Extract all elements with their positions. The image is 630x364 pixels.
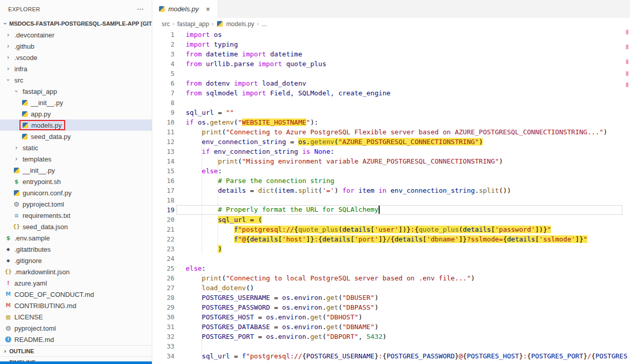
code-line-9[interactable]: 9sql_url = "" xyxy=(153,108,630,117)
outline-section-label: OUTLINE xyxy=(9,348,34,354)
code-line-20[interactable]: 20 sql_url = ( xyxy=(153,215,630,225)
code-line-17[interactable]: 17 details = dict(item.split('=') for it… xyxy=(153,186,630,195)
code-token: ) xyxy=(334,187,343,194)
code-token: os xyxy=(282,294,290,301)
code-line-29[interactable]: 29 POSTGRES_PASSWORD = os.environ.get("D… xyxy=(153,302,630,312)
file-item-entrypoint.sh[interactable]: $entrypoint.sh xyxy=(0,176,152,187)
workspace-root-folder[interactable]: › MSDOCS-FASTAPI-POSTGRESQL-SAMPLE-APP [… xyxy=(0,18,152,29)
breadcrumb-symbol-ellipsis[interactable]: ... xyxy=(262,21,267,28)
code-token xyxy=(186,333,202,340)
code-line-1[interactable]: 1import os xyxy=(153,30,630,39)
chevron-down-icon: › xyxy=(5,76,12,84)
highlighted-code: 'port' xyxy=(355,235,379,243)
code-line-18[interactable]: 18 xyxy=(153,195,630,205)
folder-item-infra[interactable]: ›infra xyxy=(0,63,152,74)
file-item-pyproject.toml[interactable]: ⚙pyproject.toml xyxy=(0,322,152,334)
code-line-26[interactable]: 26 print("Connecting to local PostgreSQL… xyxy=(153,273,630,283)
folder-item-fastapi_app[interactable]: ›fastapi_app xyxy=(0,86,152,97)
explorer-header: EXPLORER ⋯ xyxy=(0,0,152,18)
code-line-10[interactable]: 10if os.getenv("WEBSITE_HOSTNAME"): xyxy=(153,117,630,127)
folder-item-.vscode[interactable]: ›.vscode xyxy=(0,52,152,63)
code-line-16[interactable]: 16 # Parse the connection string xyxy=(153,176,630,186)
file-item-.gitattributes[interactable]: ◆.gitattributes xyxy=(0,244,152,255)
code-line-21[interactable]: 21 f"postgresql://{quote_plus(details['u… xyxy=(153,225,630,234)
code-token: sqlmodel xyxy=(202,89,242,97)
highlighted-code: sql_url xyxy=(218,216,250,224)
line-number: 24 xyxy=(153,255,174,262)
file-item-app.py[interactable]: app.py xyxy=(0,108,152,119)
code-line-11[interactable]: 11 print("Connecting to Azure PostgreSQL… xyxy=(153,127,630,137)
code-line-19[interactable]: 19 # Properly format the URL for SQLAlch… xyxy=(153,205,630,215)
file-item-azure.yaml[interactable]: !azure.yaml xyxy=(0,277,152,289)
code-line-text: f"postgresql://{quote_plus(details['user… xyxy=(186,226,551,233)
tree-row-content: ›src xyxy=(4,75,23,85)
code-token: details xyxy=(218,187,250,194)
file-item-models.py[interactable]: models.py xyxy=(0,119,152,131)
file-item-CODE_OF_CONDUCT.md[interactable]: MCODE_OF_CONDUCT.md xyxy=(0,289,152,300)
file-item-requirements.txt[interactable]: ≡requirements.txt xyxy=(0,210,152,221)
file-item-.env.sample[interactable]: $.env.sample xyxy=(0,232,152,244)
code-line-33[interactable]: 33 xyxy=(153,341,630,351)
code-line-3[interactable]: 3from datetime import datetime xyxy=(153,49,630,59)
code-token: POSTGRES xyxy=(595,352,627,360)
code-line-5[interactable]: 5 xyxy=(153,69,630,78)
code-token: os xyxy=(282,323,290,331)
file-item-__init__.py[interactable]: __init__.py xyxy=(0,165,152,176)
highlighted-code: { xyxy=(415,226,419,233)
code-line-2[interactable]: 2import typing xyxy=(153,39,630,49)
file-item-.markdownlint.json[interactable]: {}.markdownlint.json xyxy=(0,266,152,277)
file-item-LICENSE[interactable]: ▦LICENSE xyxy=(0,311,152,322)
file-item-gunicorn.conf.py[interactable]: gunicorn.conf.py xyxy=(0,187,152,198)
code-line-4[interactable]: 4from urllib.parse import quote_plus xyxy=(153,59,630,69)
code-line-31[interactable]: 31 POSTGRES_DATABASE = os.environ.get("D… xyxy=(153,322,630,332)
code-line-6[interactable]: 6from dotenv import load_dotenv xyxy=(153,78,630,88)
file-item-pyproject.toml[interactable]: ⚙pyproject.toml xyxy=(0,198,152,210)
code-line-7[interactable]: 7from sqlmodel import Field, SQLModel, c… xyxy=(153,88,630,98)
code-line-22[interactable]: 22 f"@{details['host']}:{details['port']… xyxy=(153,234,630,244)
ellipsis-icon[interactable]: ⋯ xyxy=(137,5,144,13)
code-token: else xyxy=(186,265,202,272)
outline-section-header[interactable]: › OUTLINE xyxy=(0,345,152,356)
code-line-24[interactable]: 24 xyxy=(153,254,630,264)
code-line-32[interactable]: 32 POSTGRES_PORT = os.environ.get("DBPOR… xyxy=(153,332,630,341)
folder-item-src[interactable]: ›src xyxy=(0,74,152,86)
file-item-CONTRIBUTING.md[interactable]: MCONTRIBUTING.md xyxy=(0,300,152,311)
git-icon: ◆ xyxy=(4,256,12,265)
code-line-23[interactable]: 23 ) xyxy=(153,244,630,254)
file-item-seed_data.py[interactable]: seed_data.py xyxy=(0,131,152,142)
file-item-seed_data.json[interactable]: {}seed_data.json xyxy=(0,221,152,232)
code-line-25[interactable]: 25else: xyxy=(153,264,630,273)
tab-models-py[interactable]: models.py × xyxy=(153,0,218,18)
code-line-8[interactable]: 8 xyxy=(153,98,630,108)
code-line-15[interactable]: 15 else: xyxy=(153,166,630,176)
breadcrumb-src[interactable]: src xyxy=(162,21,170,28)
breadcrumb-fastapi-app[interactable]: fastapi_app xyxy=(177,21,209,28)
file-item-.gitignore[interactable]: ◆.gitignore xyxy=(0,255,152,266)
code-line-text: f"@{details['host']}:{details['port']}/{… xyxy=(186,235,587,243)
folder-item-.github[interactable]: ›.github xyxy=(0,41,152,52)
highlighted-code: " xyxy=(583,235,587,243)
code-line-14[interactable]: 14 print("Missing environment variable A… xyxy=(153,156,630,166)
file-label: CONTRIBUTING.md xyxy=(14,302,76,310)
file-item-__init__.py[interactable]: __init__.py xyxy=(0,97,152,108)
code-token: ) xyxy=(499,157,503,165)
code-line-28[interactable]: 28 POSTGRES_USERNAME = os.environ.get("D… xyxy=(153,293,630,302)
highlighted-code: quote_plus xyxy=(298,226,338,233)
code-line-13[interactable]: 13 if env_connection_string is None: xyxy=(153,147,630,156)
tree-row-content: {}seed_data.json xyxy=(12,221,68,232)
code-line-text: # Parse the connection string xyxy=(186,177,334,185)
code-token: : xyxy=(330,148,334,155)
file-item-README.md[interactable]: iREADME.md xyxy=(0,334,152,345)
code-area[interactable]: 1import os2import typing3from datetime i… xyxy=(153,30,630,364)
breadcrumb-models-py[interactable]: models.py xyxy=(226,21,254,28)
folder-item-.devcontainer[interactable]: ›.devcontainer xyxy=(0,29,152,41)
code-line-34[interactable]: 34 sql_url = f"postgresql://{POSTGRES_US… xyxy=(153,351,630,361)
highlighted-code: f xyxy=(234,235,238,243)
code-line-27[interactable]: 27 load_dotenv() xyxy=(153,283,630,293)
close-icon[interactable]: × xyxy=(203,5,212,14)
folder-item-templates[interactable]: ›templates xyxy=(0,153,152,165)
code-line-12[interactable]: 12 env_connection_string = os.getenv("AZ… xyxy=(153,137,630,147)
code-token: item xyxy=(278,187,294,194)
code-line-30[interactable]: 30 POSTGRES_HOST = os.environ.get("DBHOS… xyxy=(153,312,630,322)
folder-item-static[interactable]: ›static xyxy=(0,142,152,153)
